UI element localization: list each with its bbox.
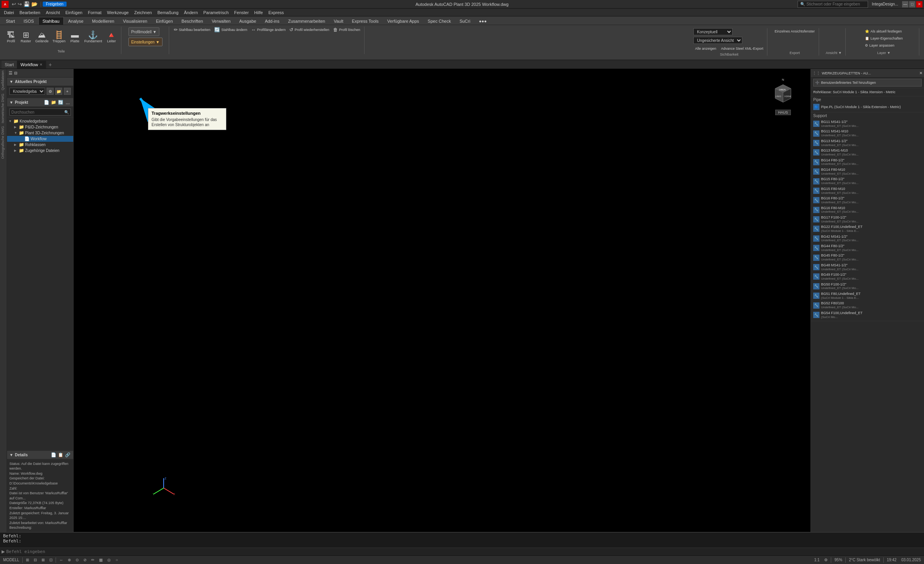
projekt-refresh-btn[interactable]: 🔄	[58, 99, 64, 106]
user-account[interactable]: IntegaDesign...	[870, 2, 901, 6]
dropdown-ungesicherte-ansicht[interactable]: Ungesicherte Ansicht	[693, 37, 742, 44]
status-dynamic[interactable]: ⊘	[82, 557, 88, 564]
btn-advance-steel-xml[interactable]: Advance Steel XML-Export	[719, 45, 765, 52]
tab-zusammenarbeiten[interactable]: Zusammenarbeiten	[284, 17, 330, 25]
menu-format[interactable]: Format	[85, 9, 104, 16]
btn-alle-anzeigen[interactable]: Alle anzeigen	[693, 45, 718, 52]
tree-plant3d-zeichnungen[interactable]: ▼ 📁 Plant 3D-Zeichnungen	[7, 130, 73, 136]
tab-verfügbareapps[interactable]: Verfügbare Apps	[383, 17, 423, 25]
support-item-bg52[interactable]: 🔧 BG52 F80/100 Undefined_ET (SuCri Mo...	[813, 300, 922, 310]
menu-hilfe[interactable]: Hilfe	[252, 9, 265, 16]
status-annotation-scale[interactable]: 1:1	[812, 557, 821, 564]
tab-modellieren[interactable]: Modellieren	[88, 17, 119, 25]
save-icon[interactable]: 💾	[23, 1, 30, 7]
aktuelles-projekt-header[interactable]: ▼ Aktuelles Projekt	[7, 78, 73, 86]
tab-beschriften[interactable]: Beschriften	[177, 17, 208, 25]
status-grid1[interactable]: ⊞	[24, 557, 31, 564]
projekt-folder-new-btn[interactable]: 📁	[51, 99, 57, 106]
menu-fenster[interactable]: Fenster	[232, 9, 251, 16]
tree-rohklassen[interactable]: ▶ 📁 Rohklassen	[7, 142, 73, 148]
right-panel-close[interactable]: ✕	[919, 71, 922, 75]
status-lineweight[interactable]: ✏	[90, 557, 96, 564]
projekt-add-btn[interactable]: +	[64, 88, 71, 95]
support-item-bg13[interactable]: 🔧 BG13 MS41-1/2" Undefined_ET (SuCri Mo.…	[813, 138, 922, 148]
btn-layer-eigenschaften[interactable]: 📋 Layer-Eigenschaften	[863, 35, 904, 42]
search-input[interactable]	[11, 110, 63, 114]
status-modell[interactable]: MODELL	[2, 557, 21, 564]
btn-stahlbau-andern[interactable]: 🔄 Stahlbau ändern	[213, 27, 249, 33]
tab-visualisieren[interactable]: Visualisieren	[119, 17, 152, 25]
close-btn[interactable]: ✕	[916, 1, 922, 7]
menu-zeichnen[interactable]: Zeichnen	[132, 9, 154, 16]
cmd-input[interactable]	[6, 549, 922, 554]
btn-gelände[interactable]: ⛰ Gelände	[34, 27, 50, 48]
pipe-item[interactable]: 🔵 Pipe.PL (SuCri Module 1 - Sikla Extens…	[813, 103, 922, 111]
tree-zugehorige-dateien[interactable]: ▶ 📁 Zugehörige Dateien	[7, 148, 73, 154]
btn-layer-anpassen[interactable]: ⚙ Layer anpassen	[863, 42, 904, 49]
details-header[interactable]: ▼ Details 📄 📋 🔗	[7, 451, 73, 459]
menu-datei[interactable]: Datei	[2, 9, 16, 16]
btn-profillange[interactable]: ↔ Profillänge ändern	[249, 27, 287, 33]
panel-collapse-icon[interactable]: ⊟	[14, 71, 17, 75]
projekt-settings-btn[interactable]: ⚙	[47, 88, 54, 95]
status-sel[interactable]: ◎	[106, 557, 112, 564]
btn-stahlbau-bearbeiten[interactable]: ✏ Stahlbau bearbeiten	[172, 27, 212, 33]
menu-andern[interactable]: Ändern	[182, 9, 200, 16]
btn-leiter[interactable]: 🔺 Leiter	[105, 27, 119, 48]
dropdown-profilmodell[interactable]: Profilmodell ▼	[128, 27, 159, 36]
menu-express[interactable]: Express	[266, 9, 286, 16]
viewcube-label[interactable]: HAUS	[775, 110, 790, 115]
status-osnap[interactable]: ⊙	[74, 557, 80, 564]
status-snap[interactable]: ↔	[58, 557, 65, 564]
support-item-bg45[interactable]: 🔧 BG45 F80-1/2" Undefined_ET (SuCri Mo..…	[813, 253, 922, 262]
support-item-bg48[interactable]: 🔧 BG48 MS41-1/2" Undefined_ET (SuCri Mo.…	[813, 262, 922, 272]
btn-als-aktuell-festlegen[interactable]: ⭐ Als aktuell festlegen	[863, 28, 904, 34]
dropdown-konzeptuell[interactable]: Konzeptuell	[693, 28, 733, 35]
canvas-area[interactable]: Tragwerkseinstellungen Gibt die Vorgabee…	[74, 69, 810, 532]
panel-menu-icon[interactable]: ☰	[9, 70, 13, 76]
menu-bearbeiten[interactable]: Bearbeiten	[17, 9, 43, 16]
support-item-bg13m10[interactable]: 🔧 BG13 M541-M10 Undefined_ET (SuCri Mo..…	[813, 148, 922, 157]
tab-stahlbau[interactable]: Stahlbau	[38, 17, 64, 25]
menu-einfügen[interactable]: Einfügen	[63, 9, 85, 16]
btn-treppen[interactable]: 🪜 Treppen	[51, 27, 67, 48]
tree-workflow[interactable]: 📄 Workflow	[7, 136, 73, 142]
open-icon[interactable]: 📂	[31, 1, 38, 7]
btn-wiederherstellen[interactable]: ↺ Profil wiederherstellen	[288, 27, 331, 33]
status-polar[interactable]: ⊕	[66, 557, 72, 564]
btn-raster[interactable]: ⊞ Raster	[19, 27, 33, 48]
status-grid3[interactable]: ⊠	[40, 557, 46, 564]
btn-platte[interactable]: ▬ Platte	[68, 27, 82, 48]
tab-analyse[interactable]: Analyse	[64, 17, 88, 25]
status-gizmo[interactable]: ○	[114, 557, 119, 564]
projekt-header[interactable]: ▼ Projekt 📄 📁 🔄 …	[7, 98, 73, 107]
status-settings[interactable]: ⚙	[823, 557, 829, 564]
support-item-bg17[interactable]: 🔧 BG17 F100-1/2" Undefined_ET (SuCri Mo.…	[813, 215, 922, 224]
projekt-dropdown[interactable]: Knowledgebase	[9, 88, 45, 95]
tab-einfügen[interactable]: Einfügen	[152, 17, 177, 25]
support-item-bg11m10[interactable]: 🔧 BG11 MS41-M10 Undefined_ET (SuCri Mo..…	[813, 128, 922, 138]
doc-tab-start[interactable]: Start	[2, 61, 17, 69]
tab-sucri[interactable]: SuCri	[455, 17, 475, 25]
support-item-bg51[interactable]: 🔧 BG51 F80,Undefined_ET (SuCri Module 1 …	[813, 291, 922, 300]
sidebar-quelldateien[interactable]: Quelldateien	[0, 69, 7, 92]
tab-isos[interactable]: ISOS	[19, 17, 38, 25]
doc-tab-add-btn[interactable]: +	[46, 61, 54, 69]
support-item-bg15m10[interactable]: 🔧 BG15 F80-M10 Undefined_ET (SuCri Mo...	[813, 186, 922, 195]
redo-icon[interactable]: ↪	[18, 1, 22, 7]
tab-ausgabe[interactable]: Ausgabe	[235, 17, 260, 25]
doc-tab-workflow[interactable]: Workflow ✕	[17, 61, 46, 69]
support-item-bg14m10[interactable]: 🔧 BG14 F80-M10 Undefined_ET (SuCri Mo...	[813, 167, 922, 176]
support-item-bg22[interactable]: 🔧 BG22 F100,Undefined_ET (SuCri Module 1…	[813, 224, 922, 233]
dropdown-einstellungen[interactable]: Einstellungen ▼	[128, 38, 162, 46]
projekt-new-btn[interactable]: 📄	[43, 99, 50, 106]
details-icon1[interactable]: 📄	[51, 452, 57, 458]
projekt-more-btn[interactable]: …	[65, 99, 71, 106]
quick-access-toolbar[interactable]: ↩ ↪ 💾 📂	[10, 1, 39, 8]
support-item-bg14[interactable]: 🔧 BG14 F80-1/2" Undefined_ET (SuCri Mo..…	[813, 157, 922, 167]
tab-start[interactable]: Start	[2, 17, 19, 25]
menu-werkzeuge[interactable]: Werkzeuge	[105, 9, 131, 16]
tab-more[interactable]: ●●●	[475, 17, 491, 25]
btn-profil[interactable]: 🏗 Profil	[4, 27, 18, 48]
support-item-bg16m10[interactable]: 🔧 BG16 F80-M10 Undefined_ET (SuCri Mo...	[813, 205, 922, 215]
